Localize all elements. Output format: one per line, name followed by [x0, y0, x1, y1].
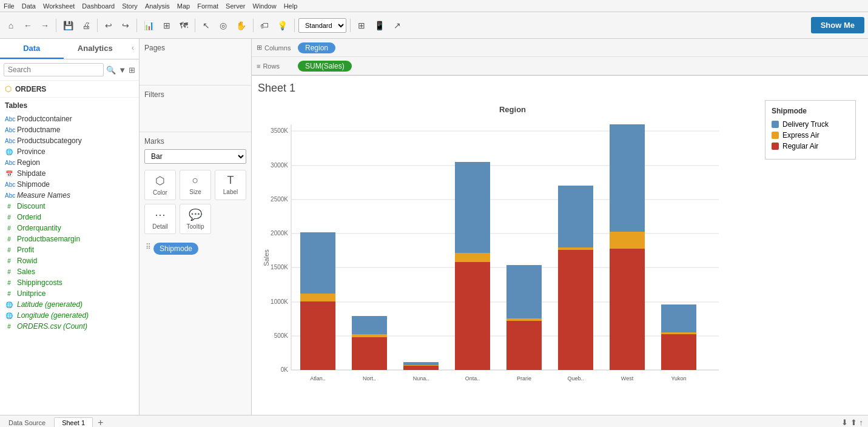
menu-story[interactable]: Story: [122, 2, 138, 10]
svg-text:Prarie: Prarie: [517, 375, 531, 382]
back-button[interactable]: ←: [21, 18, 35, 33]
select-button[interactable]: ↖: [199, 18, 214, 33]
menu-help[interactable]: Help: [284, 2, 298, 10]
bar-atlantic-regular[interactable]: [300, 301, 335, 370]
label-button[interactable]: 🏷: [257, 18, 272, 33]
detail-button[interactable]: ⋯ Detail: [144, 204, 176, 234]
status-icon-2[interactable]: ⬆: [850, 418, 857, 427]
bar-west-express[interactable]: [610, 232, 645, 249]
filter-icon[interactable]: ▼: [118, 66, 126, 75]
bar-yukon-express[interactable]: [661, 332, 696, 334]
show-me-button[interactable]: Show Me: [811, 17, 864, 33]
bar-nunavut-regular[interactable]: [403, 366, 439, 370]
bar-yukon-regular[interactable]: [661, 334, 696, 370]
bar-quebec-express[interactable]: [558, 247, 593, 250]
datasource-tab[interactable]: Data Source: [5, 418, 49, 428]
bar-prarie-express[interactable]: [506, 318, 542, 321]
menu-analysis[interactable]: Analysis: [145, 2, 170, 10]
field-unitprice[interactable]: # Unitprice: [0, 288, 139, 299]
label-button[interactable]: T Label: [215, 170, 246, 200]
grid-button[interactable]: ⊞: [354, 18, 369, 33]
print-button[interactable]: 🖨: [79, 18, 93, 33]
search-input[interactable]: [4, 63, 104, 76]
forward-button[interactable]: →: [38, 18, 52, 33]
field-measure-names[interactable]: Abc Measure Names: [0, 190, 139, 201]
tab-data[interactable]: Data: [0, 39, 64, 59]
bar-ontario-express[interactable]: [455, 253, 490, 262]
undo-button[interactable]: ↩: [101, 18, 116, 33]
field-shipdate[interactable]: 📅 Shipdate: [0, 168, 139, 179]
bar-nunavut-delivery[interactable]: [403, 362, 439, 365]
status-icon-3[interactable]: ↑: [860, 418, 864, 427]
table-button[interactable]: ⊞: [160, 18, 174, 33]
device-button[interactable]: 📱: [371, 18, 388, 33]
columns-region-pill[interactable]: Region: [298, 42, 335, 53]
field-count[interactable]: # ORDERS.csv (Count): [0, 321, 139, 332]
menu-server[interactable]: Server: [226, 2, 245, 10]
shipmode-pill[interactable]: Shipmode: [153, 243, 198, 255]
bar-quebec-regular[interactable]: [558, 250, 593, 370]
save-button[interactable]: 💾: [60, 18, 76, 33]
menu-worksheet[interactable]: Worksheet: [43, 2, 75, 10]
bar-prarie-regular[interactable]: [506, 321, 542, 370]
sort-icon[interactable]: ⊞: [129, 66, 135, 75]
share-button[interactable]: ↗: [390, 18, 405, 33]
field-type-icon: #: [5, 247, 13, 254]
bar-north-delivery[interactable]: [352, 316, 387, 334]
search-icon[interactable]: 🔍: [106, 66, 116, 75]
chart-button[interactable]: 📊: [141, 18, 157, 33]
color-button[interactable]: ⬡ Color: [144, 170, 176, 200]
field-discount[interactable]: # Discount: [0, 201, 139, 212]
pan-button[interactable]: ✋: [233, 18, 249, 33]
field-label: Shipdate: [17, 169, 45, 178]
field-longitude[interactable]: 🌐 Longitude (generated): [0, 310, 139, 321]
tooltip-button[interactable]: 💬 Tooltip: [180, 204, 211, 234]
rows-sales-pill[interactable]: SUM(Sales): [298, 61, 352, 72]
menu-file[interactable]: File: [4, 2, 15, 10]
bar-north-express[interactable]: [352, 334, 387, 337]
bar-quebec-delivery[interactable]: [558, 186, 593, 247]
field-latitude[interactable]: 🌐 Latitude (generated): [0, 299, 139, 310]
map-button[interactable]: 🗺: [177, 18, 191, 33]
home-button[interactable]: ⌂: [4, 18, 18, 33]
bar-north-regular[interactable]: [352, 337, 387, 370]
field-shippingcosts[interactable]: # Shippingcosts: [0, 277, 139, 288]
add-sheet-button[interactable]: +: [98, 417, 103, 428]
bar-prarie-delivery[interactable]: [506, 265, 542, 318]
field-rowid[interactable]: # Rowid: [0, 255, 139, 266]
size-button[interactable]: ○ Size: [180, 170, 211, 200]
field-region[interactable]: Abc Region: [0, 157, 139, 168]
menu-data[interactable]: Data: [22, 2, 36, 10]
status-icon-1[interactable]: ⬇: [841, 418, 848, 427]
bar-atlantic-express[interactable]: [300, 294, 335, 301]
marks-type-select[interactable]: Bar: [144, 149, 246, 164]
menu-map[interactable]: Map: [177, 2, 190, 10]
tab-analytics[interactable]: Analytics: [64, 39, 127, 59]
field-productbasemargin[interactable]: # Productbasemargin: [0, 234, 139, 244]
bar-atlantic-delivery[interactable]: [300, 232, 335, 294]
field-productcontainer[interactable]: Abc Productcontainer: [0, 113, 139, 124]
field-orderid[interactable]: # Orderid: [0, 212, 139, 223]
menu-window[interactable]: Window: [253, 2, 277, 10]
field-orderquantity[interactable]: # Orderquantity: [0, 223, 139, 234]
sheet1-tab[interactable]: Sheet 1: [54, 417, 93, 427]
field-sales[interactable]: # Sales: [0, 266, 139, 277]
field-productname[interactable]: Abc Productname: [0, 124, 139, 135]
menu-format[interactable]: Format: [197, 2, 218, 10]
lasso-button[interactable]: ◎: [216, 18, 230, 33]
redo-button[interactable]: ↪: [118, 18, 133, 33]
bar-nunavut-express[interactable]: [403, 365, 439, 366]
menu-dashboard[interactable]: Dashboard: [82, 2, 115, 10]
highlight-button[interactable]: 💡: [274, 18, 291, 33]
panel-close-button[interactable]: ‹: [127, 39, 139, 59]
bar-ontario-delivery[interactable]: [455, 162, 490, 253]
field-profit[interactable]: # Profit: [0, 244, 139, 255]
bar-west-regular[interactable]: [610, 249, 645, 370]
standard-select[interactable]: Standard: [298, 18, 346, 33]
bar-west-delivery[interactable]: [610, 124, 645, 232]
bar-yukon-delivery[interactable]: [661, 304, 696, 332]
field-province[interactable]: 🌐 Province: [0, 146, 139, 157]
field-productsubcategory[interactable]: Abc Productsubcategory: [0, 135, 139, 146]
field-shipmode[interactable]: Abc Shipmode: [0, 179, 139, 190]
bar-ontario-regular[interactable]: [455, 262, 490, 370]
